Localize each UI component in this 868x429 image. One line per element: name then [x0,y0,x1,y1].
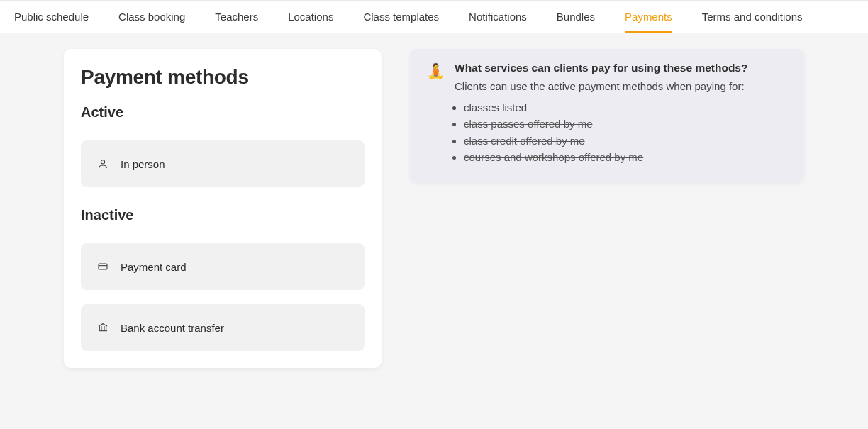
tab-payments[interactable]: Payments [625,1,672,33]
info-list-item: classes listed [464,99,787,116]
method-row-bank-account-transfer[interactable]: Bank account transfer [81,304,365,351]
method-label: In person [121,158,165,170]
method-row-payment-card[interactable]: Payment card [81,243,365,290]
info-list-item: courses and workshops offered by me [464,149,787,165]
method-label: Bank account transfer [121,322,224,334]
tab-class-templates[interactable]: Class templates [363,1,439,33]
active-heading: Active [81,104,365,121]
method-row-in-person[interactable]: In person [81,140,365,187]
svg-rect-1 [99,264,107,269]
tab-terms-and-conditions[interactable]: Terms and conditions [702,1,803,33]
info-list: classes listedclass passes offered by me… [427,99,787,165]
info-box: 🧘 What services can clients pay for usin… [410,49,804,182]
tab-bundles[interactable]: Bundles [557,1,595,33]
card-title: Payment methods [81,66,365,89]
payment-methods-card: Payment methods Active In person Inactiv… [64,49,382,368]
inactive-heading: Inactive [81,207,365,223]
tab-teachers[interactable]: Teachers [215,1,258,33]
bank-icon [96,321,109,334]
method-label: Payment card [121,261,187,273]
info-subtitle: Clients can use the active payment metho… [455,80,787,92]
info-list-item: class credit offered by me [464,133,787,149]
person-icon [96,157,109,170]
tab-locations[interactable]: Locations [288,1,333,33]
card-icon [96,260,109,273]
inactive-methods-list: Payment cardBank account transfer [81,243,365,351]
yoga-icon: 🧘 [427,62,445,80]
info-list-item: class passes offered by me [464,116,787,132]
info-title: What services can clients pay for using … [455,62,787,74]
tabs-bar: Public scheduleClass bookingTeachersLoca… [0,0,868,33]
tab-notifications[interactable]: Notifications [469,1,527,33]
active-methods-list: In person [81,140,365,187]
content: Payment methods Active In person Inactiv… [0,33,868,396]
svg-point-0 [101,160,104,164]
info-header: 🧘 What services can clients pay for usin… [427,62,787,99]
tab-class-booking[interactable]: Class booking [118,1,185,33]
tab-public-schedule[interactable]: Public schedule [14,1,89,33]
info-text: What services can clients pay for using … [455,62,787,99]
